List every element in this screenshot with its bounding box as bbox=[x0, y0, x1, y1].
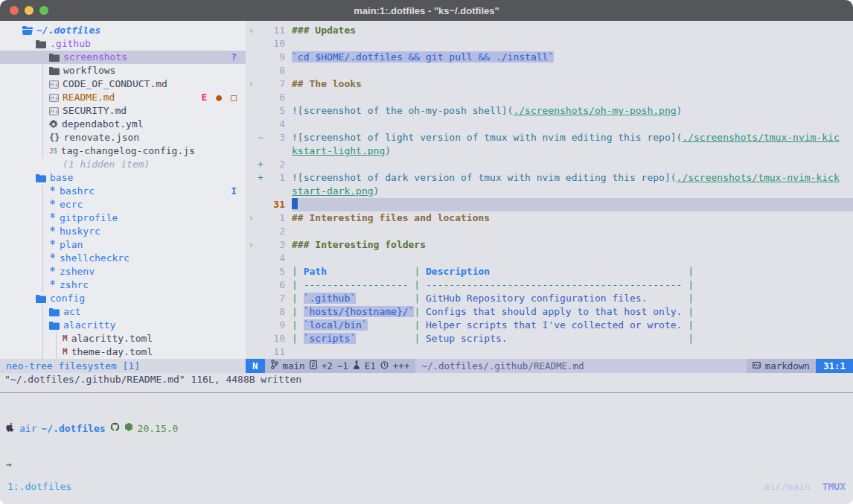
tmux-window-tab[interactable]: 1:.dotfiles bbox=[7, 479, 71, 494]
cursor-position: 31:1 bbox=[816, 359, 853, 373]
star-icon: * bbox=[0, 281, 56, 290]
tree-item-renovate.json[interactable]: {}renovate.json bbox=[0, 131, 246, 144]
editor-line[interactable]: 5| Path | Description | bbox=[246, 265, 853, 278]
fold-marker bbox=[246, 345, 256, 359]
editor-line[interactable]: 8| `hosts/{hostname}/`| Configs that sho… bbox=[246, 305, 853, 319]
tree-item-label: base bbox=[50, 171, 73, 185]
tree-item-label: ecrc bbox=[60, 198, 83, 211]
tree-item-huskyrc[interactable]: *huskyrc bbox=[0, 225, 246, 238]
tree-item-label: alacritty.toml bbox=[71, 332, 153, 345]
editor-line[interactable]: ∨1## Interesting files and locations bbox=[246, 211, 853, 225]
prompt-host: air bbox=[19, 422, 36, 436]
editor-line[interactable]: 11 bbox=[246, 345, 853, 359]
editor-line[interactable]: 10| `scripts` | Setup scripts. | bbox=[246, 332, 853, 345]
star-icon: * bbox=[0, 268, 56, 276]
indent-guide bbox=[42, 211, 43, 225]
tree-item-bashrc[interactable]: *bashrcI bbox=[0, 185, 246, 198]
indent-guide bbox=[42, 345, 43, 359]
fold-marker[interactable]: ∨ bbox=[246, 211, 256, 225]
editor-line[interactable]: ~3![screenshot of light version of tmux … bbox=[246, 131, 853, 144]
minimize-button[interactable] bbox=[25, 6, 33, 15]
editor-line[interactable]: 9| `local/bin` | Helper scripts that I'v… bbox=[246, 319, 853, 332]
line-text: | Path | Description | bbox=[292, 265, 853, 278]
git-branch-name: main bbox=[283, 359, 305, 373]
line-text: kstart-light.png) bbox=[292, 144, 853, 158]
editor-cursor-line[interactable]: 31 bbox=[246, 198, 853, 211]
git-sign bbox=[256, 252, 265, 265]
editor-line[interactable]: ∨11### Updates bbox=[246, 24, 853, 37]
line-text bbox=[292, 252, 853, 265]
tree-item-workflows[interactable]: workflows bbox=[0, 64, 246, 77]
tree-item-badge: ● bbox=[216, 91, 222, 104]
tree-item-dependabot.yml[interactable]: dependabot.yml bbox=[0, 118, 246, 131]
tree-item-label: renovate.json bbox=[63, 131, 139, 144]
tree-item-SECURITY.md[interactable]: SECURITY.md bbox=[0, 104, 246, 118]
editor-line[interactable]: 4 bbox=[246, 118, 853, 131]
line-text: ## The looks bbox=[292, 77, 853, 91]
line-number: 6 bbox=[265, 278, 285, 292]
git-sign bbox=[256, 144, 265, 158]
editor-line[interactable]: ∨3### Interesting folders bbox=[246, 238, 853, 252]
tree-item-label: config bbox=[50, 292, 85, 305]
line-text bbox=[292, 158, 853, 171]
editor-line[interactable]: start-dark.png) bbox=[246, 185, 853, 198]
editor-line[interactable]: ∨7## The looks bbox=[246, 77, 853, 91]
file-md-icon bbox=[0, 80, 59, 89]
editor-line[interactable]: 9`cd $HOME/.dotfiles && git pull && ./in… bbox=[246, 51, 853, 64]
fold-marker[interactable]: ∨ bbox=[246, 77, 256, 91]
editor-line[interactable]: +2 bbox=[246, 158, 853, 171]
tree-item-theme-day.toml[interactable]: Mtheme-day.toml bbox=[0, 345, 246, 359]
star-icon: * bbox=[0, 241, 56, 249]
editor-line[interactable]: 6| ------------------ | ----------------… bbox=[246, 278, 853, 292]
tree-item-plan[interactable]: *plan bbox=[0, 238, 246, 252]
editor-line[interactable]: 5![screenshot of the oh-my-posh shell](.… bbox=[246, 104, 853, 118]
tree-item-alacritty.toml[interactable]: Malacritty.toml bbox=[0, 332, 246, 345]
fold-marker bbox=[246, 118, 256, 131]
line-text: | `hosts/{hostname}/`| Configs that shou… bbox=[292, 305, 853, 319]
tree-item-zshrc[interactable]: *zshrc bbox=[0, 278, 246, 292]
editor-line[interactable]: 2 bbox=[246, 225, 853, 238]
tree-item-alacritty[interactable]: alacritty bbox=[0, 319, 246, 332]
current-file-path: ~/.dotfiles/.github/README.md bbox=[421, 359, 584, 373]
tree-item-tag-changelog-config.js[interactable]: JStag-changelog-config.js bbox=[0, 144, 246, 158]
tree-item-gitprofile[interactable]: *gitprofile bbox=[0, 211, 246, 225]
fold-marker[interactable]: ∨ bbox=[246, 24, 256, 37]
indent-guide bbox=[42, 332, 43, 345]
git-changed: ~1 bbox=[337, 359, 348, 373]
tree-item-.dotfiles[interactable]: ~/.dotfiles bbox=[0, 24, 246, 37]
flask-icon bbox=[353, 359, 360, 373]
tmux-label: TMUX bbox=[822, 479, 846, 494]
editor-line[interactable]: 6 bbox=[246, 91, 853, 104]
tree-item-README.md[interactable]: README.mdE●□ bbox=[0, 91, 246, 104]
editor-line[interactable]: 8 bbox=[246, 64, 853, 77]
editor-line[interactable]: 7| `.github` | GitHub Repository configu… bbox=[246, 292, 853, 305]
tree-item-config[interactable]: config bbox=[0, 292, 246, 305]
editor-line[interactable]: 10 bbox=[246, 37, 853, 51]
tree-item-screenshots[interactable]: screenshots? bbox=[0, 51, 246, 64]
line-number: 1 bbox=[265, 211, 285, 225]
tree-item-base[interactable]: base bbox=[0, 171, 246, 185]
editor-line[interactable]: +1![screenshot of dark version of tmux w… bbox=[246, 171, 853, 185]
close-button[interactable] bbox=[10, 6, 19, 15]
fold-marker bbox=[246, 332, 256, 345]
indent-guide bbox=[42, 91, 43, 104]
git-sign bbox=[256, 91, 265, 104]
tree-item-zshenv[interactable]: *zshenv bbox=[0, 265, 246, 278]
tree-item-act[interactable]: act bbox=[0, 305, 246, 319]
tree-item-1hiddenitem[interactable]: (1 hidden item) bbox=[0, 158, 246, 171]
filepath-section: ~/.dotfiles/.github/README.md bbox=[415, 359, 746, 373]
editor-line[interactable]: kstart-light.png) bbox=[246, 144, 853, 158]
tree-item-CODE_OF_CONDUCT.md[interactable]: CODE_OF_CONDUCT.md bbox=[0, 77, 246, 91]
fold-marker[interactable]: ∨ bbox=[246, 238, 256, 252]
editor-line[interactable]: 4 bbox=[246, 252, 853, 265]
tree-item-.github[interactable]: .github bbox=[0, 37, 246, 51]
maximize-button[interactable] bbox=[39, 6, 48, 15]
git-added: +2 bbox=[322, 359, 333, 373]
indent-guide bbox=[42, 198, 43, 211]
folder-icon bbox=[0, 322, 60, 330]
tree-item-ecrc[interactable]: *ecrc bbox=[0, 198, 246, 211]
neotree-file-tree: ~/.dotfiles.githubscreenshots?workflowsC… bbox=[0, 24, 246, 359]
git-section: main +2 ~1 E1 +++ bbox=[265, 359, 416, 373]
tree-item-shellcheckrc[interactable]: *shellcheckrc bbox=[0, 252, 246, 265]
shell-input-line[interactable]: → bbox=[6, 458, 178, 471]
